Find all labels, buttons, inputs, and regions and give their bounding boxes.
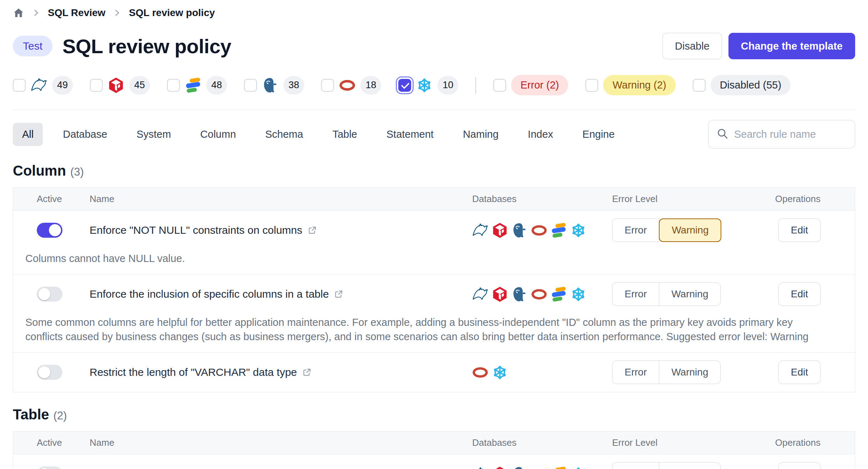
level-checkbox-warning[interactable] (585, 79, 598, 92)
level-error-button[interactable]: Error (612, 282, 659, 306)
rule-count-badge: 45 (129, 76, 150, 95)
error-level-cell: ErrorWarning (606, 360, 742, 384)
oceanbase-icon (551, 222, 567, 238)
tab-naming[interactable]: Naming (454, 123, 508, 146)
level-error-button[interactable]: Error (612, 462, 659, 469)
databases-cell (460, 466, 606, 469)
active-toggle[interactable] (37, 223, 62, 238)
level-filter-warning[interactable]: Warning (2) (585, 75, 675, 95)
section-name: Column (13, 163, 66, 179)
engine-checkbox-mysql[interactable] (13, 79, 26, 92)
table-row: Enforce inclusion of primary key in a ta… (13, 454, 855, 469)
external-icon[interactable] (307, 225, 317, 235)
edit-button[interactable]: Edit (778, 282, 821, 306)
active-toggle[interactable] (37, 467, 62, 469)
database-icons (472, 364, 606, 380)
engine-checkbox-oracle[interactable] (321, 79, 334, 92)
rule-main-row: Enforce "NOT NULL" constraints on column… (13, 211, 855, 250)
section-count: (3) (70, 166, 84, 178)
table-row: Enforce "NOT NULL" constraints on column… (13, 211, 855, 274)
engine-filter-tidb[interactable]: 45 (90, 76, 150, 95)
rule-count-badge: 10 (438, 76, 458, 95)
environment-badge[interactable]: Test (13, 36, 52, 56)
tab-index[interactable]: Index (519, 123, 562, 146)
table-row: Restrict the length of "VARCHAR" data ty… (13, 353, 855, 392)
rule-name: Enforce the inclusion of specific column… (90, 288, 329, 300)
breadcrumb-sql-review[interactable]: SQL Review (48, 7, 105, 19)
active-toggle[interactable] (37, 365, 62, 380)
mysql-icon (31, 77, 47, 94)
edit-button[interactable]: Edit (778, 218, 821, 242)
engine-filter-snowflake[interactable]: 10 (398, 76, 458, 95)
engine-filter-mysql[interactable]: 49 (13, 76, 73, 95)
postgresql-icon (511, 222, 528, 238)
tidb-icon (492, 466, 508, 469)
rule-count-badge: 49 (52, 76, 73, 95)
level-filter-disabled[interactable]: Disabled (55) (693, 75, 791, 95)
engine-filter-postgresql[interactable]: 38 (244, 76, 304, 95)
database-icons (472, 222, 606, 238)
error-level-cell: ErrorWarning (606, 282, 742, 306)
oracle-icon (531, 286, 547, 302)
mysql-icon (472, 222, 488, 238)
change-template-button[interactable]: Change the template (728, 33, 855, 59)
page-title: SQL review policy (62, 35, 231, 58)
disable-button[interactable]: Disable (662, 33, 722, 59)
level-error-button[interactable]: Error (612, 218, 659, 242)
level-checkbox-error[interactable] (493, 79, 506, 92)
filter-separator (13, 110, 855, 110)
tab-system[interactable]: System (127, 123, 180, 146)
oracle-icon (472, 364, 488, 380)
engine-checkbox-snowflake[interactable] (398, 79, 411, 92)
tab-schema[interactable]: Schema (256, 123, 312, 146)
column-header-error-level: Error Level (606, 193, 742, 205)
level-warning-button[interactable]: Warning (659, 360, 721, 384)
column-header-databases: Databases (460, 437, 606, 448)
name-cell: Enforce the inclusion of specific column… (77, 288, 460, 300)
tidb-icon (108, 77, 124, 94)
tab-database[interactable]: Database (54, 123, 116, 146)
name-cell: Restrict the length of "VARCHAR" data ty… (77, 366, 460, 378)
tab-column[interactable]: Column (191, 123, 245, 146)
rule-count-badge: 48 (206, 76, 227, 95)
search-box[interactable] (708, 120, 855, 148)
tab-statement[interactable]: Statement (377, 123, 443, 146)
level-filter-error[interactable]: Error (2) (493, 75, 568, 95)
search-input[interactable] (734, 128, 847, 140)
engine-filter-oracle[interactable]: 18 (321, 76, 381, 95)
level-pill-disabled: Disabled (55) (711, 75, 791, 95)
rules-table-column: ActiveNameDatabasesError LevelOperations… (13, 187, 855, 392)
edit-button[interactable]: Edit (778, 462, 821, 469)
table-row: Enforce the inclusion of specific column… (13, 274, 855, 353)
home-icon[interactable] (13, 7, 24, 19)
operations-cell: Edit (742, 218, 855, 242)
databases-cell (460, 222, 606, 238)
tab-table[interactable]: Table (323, 123, 366, 146)
engine-checkbox-oceanbase[interactable] (167, 79, 180, 92)
level-warning-button[interactable]: Warning (659, 462, 721, 469)
engine-checkbox-postgresql[interactable] (244, 79, 257, 92)
oracle-icon (531, 466, 547, 469)
error-level-group: ErrorWarning (612, 282, 742, 306)
page-header: Test SQL review policy Disable Change th… (13, 33, 855, 59)
engine-filter-oceanbase[interactable]: 48 (167, 76, 227, 95)
database-icons (472, 286, 606, 302)
edit-button[interactable]: Edit (778, 360, 821, 384)
filter-divider (475, 77, 476, 94)
breadcrumb-sql-review-policy[interactable]: SQL review policy (129, 7, 215, 19)
level-warning-button[interactable]: Warning (659, 282, 721, 306)
level-warning-button[interactable]: Warning (659, 218, 721, 242)
external-icon[interactable] (302, 367, 312, 377)
column-header-active: Active (13, 437, 77, 448)
external-icon[interactable] (334, 289, 344, 299)
level-error-button[interactable]: Error (612, 360, 659, 384)
tab-engine[interactable]: Engine (573, 123, 624, 146)
databases-cell (460, 286, 606, 302)
level-checkbox-disabled[interactable] (693, 79, 706, 92)
table-header-row: ActiveNameDatabasesError LevelOperations (13, 432, 855, 454)
chevron-right-icon (112, 8, 122, 17)
tab-all[interactable]: All (13, 123, 43, 146)
oracle-icon (339, 77, 355, 94)
active-toggle[interactable] (37, 287, 62, 302)
engine-checkbox-tidb[interactable] (90, 79, 103, 92)
